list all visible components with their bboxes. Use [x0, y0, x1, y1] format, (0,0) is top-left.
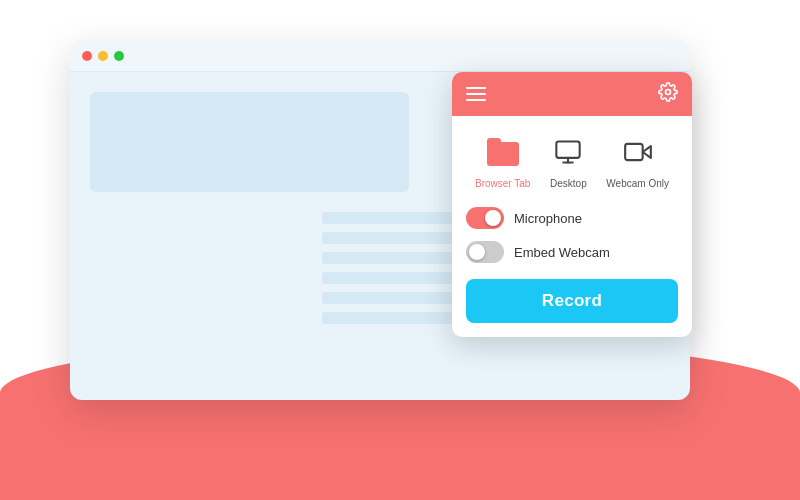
microphone-toggle-row: Microphone	[466, 207, 678, 229]
popup-header	[452, 72, 692, 116]
browser-tab-icon	[483, 132, 523, 172]
webcam-icon	[618, 132, 658, 172]
embed-webcam-label: Embed Webcam	[514, 245, 610, 260]
webcam-label: Webcam Only	[606, 178, 669, 189]
embed-webcam-toggle[interactable]	[466, 241, 504, 263]
content-block-image	[90, 92, 409, 192]
source-item-webcam[interactable]: Webcam Only	[606, 132, 669, 189]
source-item-desktop[interactable]: Desktop	[548, 132, 588, 189]
record-button[interactable]: Record	[466, 279, 678, 323]
gear-icon[interactable]	[658, 82, 678, 106]
svg-rect-3	[557, 142, 580, 158]
microphone-toggle[interactable]	[466, 207, 504, 229]
popup-panel: Browser Tab Desktop	[452, 72, 692, 337]
embed-webcam-toggle-row: Embed Webcam	[466, 241, 678, 263]
dot-red	[82, 51, 92, 61]
dot-green	[114, 51, 124, 61]
microphone-label: Microphone	[514, 211, 582, 226]
desktop-label: Desktop	[550, 178, 587, 189]
svg-point-0	[666, 90, 671, 95]
dot-yellow	[98, 51, 108, 61]
toggle-knob	[485, 210, 501, 226]
source-selector: Browser Tab Desktop	[466, 132, 678, 189]
svg-rect-2	[487, 138, 501, 146]
browser-titlebar	[70, 40, 690, 72]
svg-rect-6	[625, 144, 643, 160]
source-item-browser-tab[interactable]: Browser Tab	[475, 132, 530, 189]
toggle-knob	[469, 244, 485, 260]
browser-tab-label: Browser Tab	[475, 178, 530, 189]
hamburger-menu-icon[interactable]	[466, 87, 486, 101]
popup-body: Browser Tab Desktop	[452, 116, 692, 337]
desktop-icon	[548, 132, 588, 172]
